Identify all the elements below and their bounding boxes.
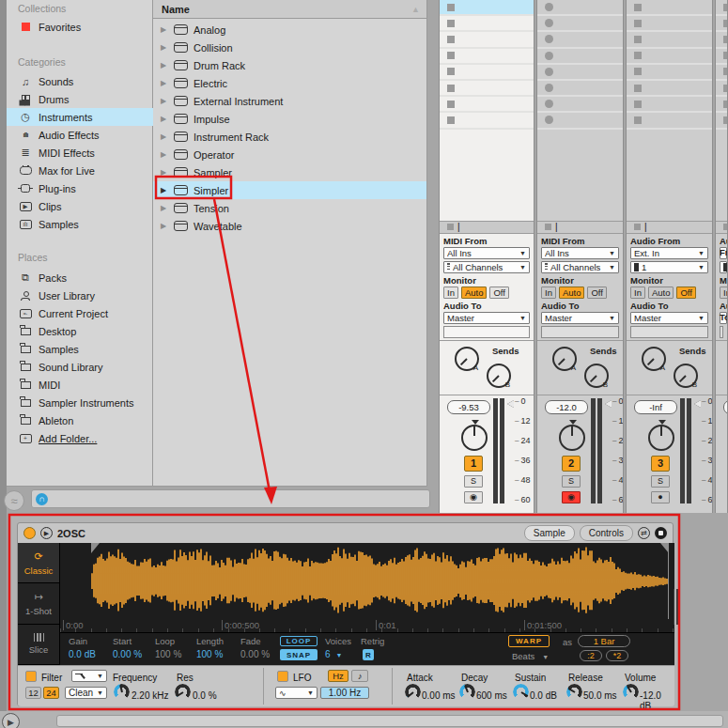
monitor-in-button[interactable]: In: [541, 287, 556, 299]
loop-value[interactable]: 100 %: [155, 649, 181, 659]
sidebar-item-add-folder[interactable]: +Add Folder...: [7, 429, 153, 447]
stop-slot-icon[interactable]: [634, 4, 642, 11]
track-level-value[interactable]: -12.0: [545, 400, 588, 414]
expand-triangle-icon[interactable]: ▶: [161, 204, 168, 212]
input-channel-select[interactable]: All Channels▼: [443, 261, 530, 273]
stop-slot-icon[interactable]: [634, 52, 642, 59]
start-value[interactable]: 0.00 %: [113, 649, 142, 659]
clip-slot[interactable]: [716, 97, 727, 113]
preview-play-icon[interactable]: ▶: [40, 527, 53, 539]
record-slot-icon[interactable]: [545, 116, 553, 124]
monitor-in-button[interactable]: In: [443, 287, 458, 299]
monitor-auto-button[interactable]: Auto: [648, 287, 674, 299]
retrig-button[interactable]: R: [363, 649, 374, 660]
list-item-electric[interactable]: ▶Electric: [153, 74, 426, 92]
sidebar-item-user-library[interactable]: User Library: [7, 287, 153, 304]
clip-slot[interactable]: [440, 113, 534, 129]
stop-slot-icon[interactable]: [723, 68, 727, 75]
record-slot-icon[interactable]: [545, 3, 553, 11]
expand-triangle-icon[interactable]: ▶: [161, 61, 168, 70]
track-level-value[interactable]: -Inf: [723, 400, 728, 414]
list-item-drum-rack[interactable]: ▶Drum Rack: [153, 56, 426, 74]
send-b-knob[interactable]: B: [674, 364, 698, 388]
input-type-select[interactable]: Ext. In▼: [630, 247, 708, 259]
input-type-select[interactable]: All Ins▼: [541, 247, 619, 259]
resize-handle[interactable]: [674, 589, 678, 625]
clip-slot[interactable]: [716, 16, 727, 32]
name-column-header[interactable]: Name▲: [153, 0, 426, 19]
clip-slot[interactable]: [440, 0, 534, 16]
clip-slot[interactable]: [627, 97, 712, 113]
volume-slider-handle[interactable]: [507, 400, 514, 408]
loop-button[interactable]: LOOP: [280, 636, 318, 646]
input-type-select[interactable]: All Ins▼: [443, 247, 530, 259]
stop-slot-icon[interactable]: [723, 85, 727, 92]
warp-double-button[interactable]: *2: [606, 650, 628, 661]
send-a-knob[interactable]: A: [455, 347, 479, 371]
clip-slot[interactable]: [627, 16, 712, 32]
send-a-knob[interactable]: A: [642, 347, 666, 371]
sidebar-item-sound-library[interactable]: Sound Library: [7, 358, 153, 376]
sidebar-item-favorites[interactable]: Favorites: [7, 18, 153, 36]
sidebar-item-sounds[interactable]: ♫Sounds: [7, 72, 153, 90]
input-channel-select[interactable]: 2: [720, 261, 727, 273]
pan-knob[interactable]: [558, 420, 588, 452]
lfo-rate-value[interactable]: 1.00 Hz: [320, 687, 369, 699]
clip-slot[interactable]: [716, 113, 727, 129]
list-item-instrument-rack[interactable]: ▶Instrument Rack: [153, 128, 426, 146]
stop-slot-icon[interactable]: [447, 20, 455, 27]
stop-slot-icon[interactable]: [634, 68, 642, 75]
stop-slot-icon[interactable]: [723, 20, 727, 27]
clip-stop-row[interactable]: [716, 221, 727, 234]
stop-slot-icon[interactable]: [447, 52, 455, 59]
track-activator-button[interactable]: 1: [464, 456, 483, 472]
send-b-knob[interactable]: B: [487, 364, 511, 388]
release-value[interactable]: 50.0 ms: [583, 690, 617, 701]
stop-slot-icon[interactable]: [447, 4, 455, 11]
sidebar-item-current-project[interactable]: =-Current Project: [7, 304, 153, 322]
length-value[interactable]: 100 %: [196, 649, 223, 659]
device-activator-button[interactable]: [23, 527, 36, 539]
lfo-shape-select[interactable]: ∿▼: [275, 687, 318, 699]
similar-sample-search-icon[interactable]: ≈: [4, 490, 24, 511]
monitor-off-button[interactable]: Off: [676, 287, 696, 299]
sidebar-item-desktop[interactable]: Desktop: [7, 322, 153, 340]
stop-slot-icon[interactable]: [634, 85, 642, 92]
filter-type-select[interactable]: ▼: [71, 670, 107, 682]
stop-slot-icon[interactable]: [634, 116, 642, 124]
sustain-value[interactable]: 0.0 dB: [530, 690, 557, 701]
clip-slot[interactable]: [537, 97, 623, 113]
sidebar-item-audio-effects[interactable]: ıllıAudio Effects: [7, 126, 153, 144]
record-slot-icon[interactable]: [545, 68, 553, 76]
gain-value[interactable]: 0.0 dB: [69, 649, 96, 659]
expand-triangle-icon[interactable]: ▶: [161, 97, 168, 105]
stop-slot-icon[interactable]: [723, 52, 727, 59]
expand-triangle-icon[interactable]: ▶: [161, 43, 168, 52]
monitor-in-button[interactable]: In: [630, 287, 645, 299]
output-channel-box[interactable]: [443, 326, 530, 338]
mode-slice[interactable]: Slice: [18, 625, 59, 665]
pan-knob[interactable]: [460, 420, 490, 452]
attack-knob[interactable]: [405, 684, 421, 700]
expand-triangle-icon[interactable]: ▶: [161, 186, 168, 194]
clip-slot[interactable]: [537, 65, 623, 81]
sort-arrow-icon[interactable]: ▲: [411, 5, 420, 14]
decay-knob[interactable]: [459, 684, 475, 700]
volume-slider-handle[interactable]: [694, 400, 701, 408]
stop-slot-icon[interactable]: [634, 20, 642, 27]
clip-slot[interactable]: [627, 81, 712, 97]
list-item-operator[interactable]: ▶Operator: [153, 146, 426, 163]
expand-triangle-icon[interactable]: ▶: [161, 115, 168, 123]
clip-slot[interactable]: [537, 113, 623, 129]
record-slot-icon[interactable]: [545, 84, 553, 92]
input-channel-select[interactable]: 1▼: [630, 261, 708, 273]
save-preset-icon[interactable]: [655, 527, 667, 539]
sidebar-item-ableton[interactable]: Ableton: [7, 411, 153, 429]
list-item-tension[interactable]: ▶Tension: [153, 199, 426, 217]
stop-slot-icon[interactable]: [723, 101, 727, 108]
track-activator-button[interactable]: 3: [651, 456, 670, 472]
output-select[interactable]: Master▼: [630, 312, 708, 324]
stop-slot-icon[interactable]: [447, 85, 455, 92]
clip-slot[interactable]: [440, 97, 534, 113]
attack-value[interactable]: 0.00 ms: [422, 690, 456, 701]
